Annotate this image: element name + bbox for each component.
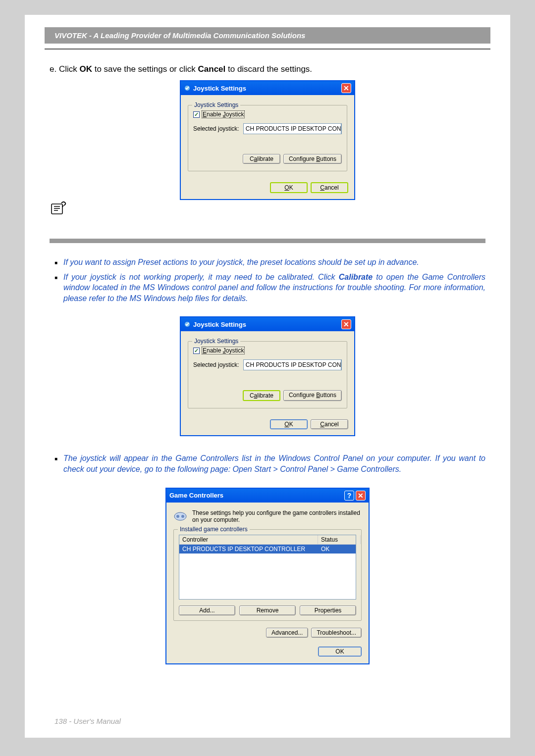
properties-button[interactable]: Properties [300,605,356,615]
chevron-down-icon: ▼ [341,124,342,134]
selected-joystick-dropdown[interactable]: CH PRODUCTS IP DESKTOP CON ▼ [243,123,342,134]
svg-point-5 [181,515,184,518]
gc-description: These settings help you configure the ga… [192,509,362,523]
note-bullet-2: If your joystick is not working properly… [50,272,485,304]
ok-button[interactable]: OK [270,182,308,193]
app-icon [184,85,191,92]
cancel-button[interactable]: Cancel [311,419,348,429]
page-footer: 138 - User's Manual [54,717,121,725]
gc-group-legend: Installed game controllers [178,526,250,533]
joystick-settings-dialog-1: Joystick Settings ✕ Joystick Settings ✓ … [180,80,355,200]
selected-joystick-label: Selected joystick: [193,361,239,368]
note-icon [50,199,68,216]
selected-joystick-label: Selected joystick: [193,125,239,132]
column-header-controller[interactable]: Controller [179,535,318,544]
note-bullet-1: If you want to assign Preset actions to … [50,257,485,268]
close-icon[interactable]: ✕ [356,491,366,501]
ok-button[interactable]: OK [318,647,362,656]
column-header-status[interactable]: Status [318,535,361,544]
enable-joystick-label: Enable Joystick [202,110,245,118]
close-icon[interactable]: ✕ [341,319,351,329]
titlebar: Joystick Settings ✕ [181,317,354,331]
configure-buttons-button[interactable]: Configure Buttons [283,154,342,164]
group-legend: Joystick Settings [192,338,240,345]
remove-button[interactable]: Remove [239,605,296,615]
svg-point-3 [174,512,186,520]
svg-rect-1 [52,204,62,214]
chevron-down-icon: ▼ [341,360,342,370]
calibrate-button-highlighted[interactable]: Calibrate [243,390,280,401]
controller-row-selected[interactable]: CH PRODUCTS IP DESKTOP CONTROLLER OK [179,545,356,554]
close-icon[interactable]: ✕ [341,83,351,93]
app-icon [184,321,191,328]
dialog-title: Joystick Settings [193,321,246,328]
dialog-title: Joystick Settings [193,85,246,92]
controller-icon [173,509,187,521]
note-bullet-3: The joystick will appear in the Game Con… [50,453,485,474]
calibrate-button[interactable]: Calibrate [243,154,280,164]
titlebar: Game Controllers ? ✕ [166,489,369,503]
selected-joystick-dropdown[interactable]: CH PRODUCTS IP DESKTOP CON ▼ [243,359,342,370]
enable-joystick-checkbox[interactable]: ✓ [193,111,200,118]
ok-button[interactable]: OK [270,419,308,429]
step-instruction: e. Click OK to save the settings or clic… [50,64,485,74]
configure-buttons-button[interactable]: Configure Buttons [283,390,342,401]
cancel-button[interactable]: Cancel [311,182,348,193]
group-legend: Joystick Settings [192,101,240,108]
enable-joystick-label: Enable Joystick [202,347,245,354]
advanced-button[interactable]: Advanced... [266,628,308,638]
enable-joystick-checkbox[interactable]: ✓ [193,348,200,354]
joystick-settings-dialog-2: Joystick Settings ✕ Joystick Settings ✓ … [180,316,355,436]
note-separator [50,239,485,243]
svg-point-4 [176,515,179,518]
dialog-title: Game Controllers [169,492,223,499]
header-band: VIVOTEK - A Leading Provider of Multimed… [45,27,490,44]
titlebar: Joystick Settings ✕ [181,81,354,95]
help-icon[interactable]: ? [344,491,354,501]
game-controllers-dialog: Game Controllers ? ✕ These settings help… [165,488,370,664]
add-button[interactable]: Add... [179,605,235,615]
troubleshoot-button[interactable]: Troubleshoot... [311,628,362,638]
controllers-listbox[interactable]: Controller Status CH PRODUCTS IP DESKTOP… [179,535,356,600]
